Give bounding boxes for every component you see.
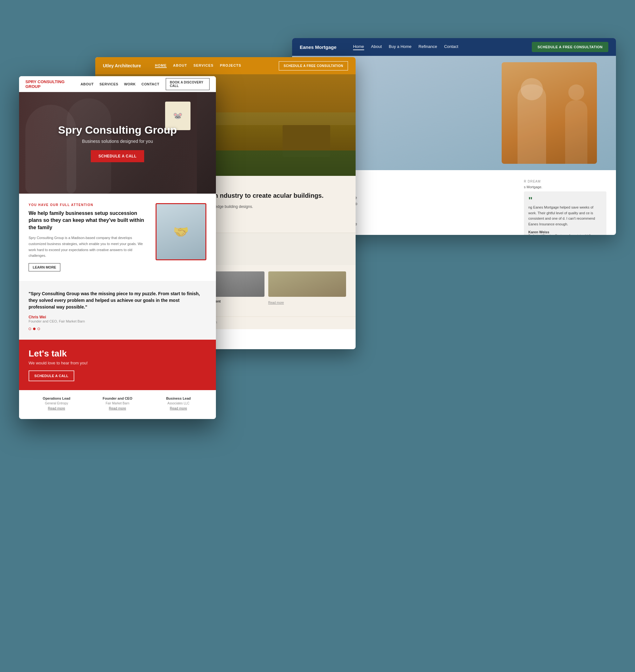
spry-read-more-2[interactable]: Read more bbox=[109, 406, 126, 410]
spry-hero-subtitle: Business solutions designed for you bbox=[58, 139, 177, 144]
spry-nav-links: ABOUT SERVICES WORK CONTACT bbox=[81, 82, 159, 86]
spry-about-text: YOU HAVE OUR FULL ATTENTION We help fami… bbox=[28, 203, 149, 271]
spry-test-1: Operations Lead General Entropy Read mor… bbox=[28, 397, 85, 411]
utley-nav-about[interactable]: ABOUT bbox=[173, 64, 187, 68]
spry-testimonial-role: Founder and CEO, Fair Market Barn bbox=[28, 319, 206, 323]
eanes-testimonial-person: Karen Weiss bbox=[528, 230, 602, 234]
spry-dot-1[interactable] bbox=[28, 328, 31, 330]
eanes-mortgage-text: s Mortgage. bbox=[524, 185, 607, 189]
eanes-dream-label: r dream bbox=[524, 180, 607, 183]
eanes-nav-contact[interactable]: Contact bbox=[444, 44, 458, 50]
spry-dot-3[interactable] bbox=[38, 328, 40, 330]
spry-bottom-testimonials: Operations Lead General Entropy Read mor… bbox=[19, 390, 216, 417]
spry-hero: 🐭 Spry Consulting Group Business solutio… bbox=[19, 92, 216, 194]
spry-read-more-3[interactable]: Read more bbox=[170, 406, 187, 410]
eanes-testimonial-role: Technical Director, Business Associates … bbox=[528, 234, 602, 235]
eanes-testimonial-text: ng Eanes Mortgage helped save weeks of w… bbox=[528, 205, 602, 227]
eanes-nav-refinance[interactable]: Refinance bbox=[418, 44, 437, 50]
spry-lets-talk-section: Let's talk We would love to hear from yo… bbox=[19, 340, 216, 390]
eanes-nav-buy[interactable]: Buy a Home bbox=[389, 44, 412, 50]
spry-about-section: YOU HAVE OUR FULL ATTENTION We help fami… bbox=[19, 194, 216, 281]
spry-about-label: YOU HAVE OUR FULL ATTENTION bbox=[28, 203, 149, 207]
spry-testimonial-person: Chris Wei bbox=[28, 315, 206, 319]
spry-about-heading: We help family businesses setup successi… bbox=[28, 210, 149, 231]
spry-hero-title: Spry Consulting Group bbox=[58, 124, 177, 136]
utley-service-item-3: Read more bbox=[268, 271, 346, 310]
spry-about-image: 🤝 bbox=[156, 203, 206, 260]
spry-lets-talk-sub: We would love to hear from you! bbox=[28, 361, 206, 365]
eanes-nav-about[interactable]: About bbox=[371, 44, 382, 50]
utley-navbar: Utley Architecture HOME ABOUT SERVICES P… bbox=[95, 57, 356, 74]
spry-test-name-1: Operations Lead bbox=[28, 397, 85, 400]
spry-learn-more[interactable]: LEARN MORE bbox=[28, 263, 60, 271]
spry-test-name-3: Business Lead bbox=[151, 397, 206, 400]
spry-logo: SPRY CONSULTING GROUP bbox=[25, 80, 71, 89]
spry-dot-2[interactable] bbox=[33, 328, 36, 330]
spry-test-3: Business Lead Associates LLC Read more bbox=[151, 397, 206, 411]
spry-nav-services[interactable]: SERVICES bbox=[100, 82, 118, 86]
spry-testimonial-section: "Spry Consulting Group was the missing p… bbox=[19, 281, 216, 340]
spry-nav-about[interactable]: ABOUT bbox=[81, 82, 94, 86]
spry-card: SPRY CONSULTING GROUP ABOUT SERVICES WOR… bbox=[19, 76, 216, 419]
utley-nav-projects[interactable]: PROJECTS bbox=[220, 64, 241, 68]
eanes-navbar: Eanes Mortgage Home About Buy a Home Ref… bbox=[292, 38, 616, 56]
spry-discovery-button[interactable]: BOOK A DISCOVERY CALL bbox=[166, 78, 210, 90]
utley-nav-services[interactable]: SERVICES bbox=[193, 64, 213, 68]
utley-logo: Utley Architecture bbox=[103, 63, 141, 68]
eanes-nav-links: Home About Buy a Home Refinance Contact bbox=[353, 44, 522, 50]
spry-about-body: Spry Consulting Group is a Madison-based… bbox=[28, 235, 149, 259]
spry-carousel-dots bbox=[28, 328, 206, 330]
spry-test-name-2: Founder and CEO bbox=[90, 397, 146, 400]
spry-nav-work[interactable]: WORK bbox=[124, 82, 136, 86]
spry-schedule-call-button[interactable]: SCHEDULE A CALL bbox=[28, 371, 74, 381]
spry-test-title-2: Fair Market Barn bbox=[90, 402, 146, 405]
eanes-family-image bbox=[502, 62, 597, 164]
eanes-nav-home[interactable]: Home bbox=[353, 44, 364, 50]
spry-testimonial-quote: "Spry Consulting Group was the missing p… bbox=[28, 290, 206, 310]
spry-lets-talk-heading: Let's talk bbox=[28, 349, 206, 359]
spry-read-more-1[interactable]: Read more bbox=[48, 406, 65, 410]
utley-read-more-3[interactable]: Read more bbox=[268, 301, 284, 305]
spry-nav-contact[interactable]: CONTACT bbox=[141, 82, 159, 86]
spry-hero-content: Spry Consulting Group Business solutions… bbox=[49, 124, 187, 162]
spry-bottom-row: Operations Lead General Entropy Read mor… bbox=[28, 397, 206, 411]
scene: Eanes Mortgage Home About Buy a Home Ref… bbox=[19, 19, 616, 654]
eanes-quote-mark: " bbox=[528, 196, 602, 205]
utley-service-img-3 bbox=[268, 271, 346, 297]
spry-test-2: Founder and CEO Fair Market Barn Read mo… bbox=[90, 397, 146, 411]
spry-navbar: SPRY CONSULTING GROUP ABOUT SERVICES WOR… bbox=[19, 76, 216, 92]
utley-nav-links: HOME ABOUT SERVICES PROJECTS bbox=[155, 64, 270, 68]
spry-test-title-3: Associates LLC bbox=[151, 402, 206, 405]
utley-nav-home[interactable]: HOME bbox=[155, 64, 167, 68]
eanes-logo: Eanes Mortgage bbox=[300, 44, 336, 50]
spry-test-title-1: General Entropy bbox=[28, 402, 85, 405]
utley-schedule-button[interactable]: SCHEDULE A FREE CONSULTATION bbox=[279, 61, 348, 70]
eanes-schedule-button[interactable]: SCHEDULE A FREE CONSULTATION bbox=[532, 42, 608, 52]
spry-schedule-hero-button[interactable]: SCHEDULE A CALL bbox=[91, 150, 144, 162]
